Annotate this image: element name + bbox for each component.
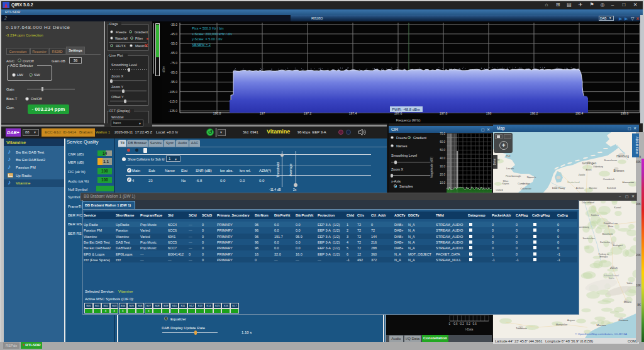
svg-text:198.4: 198.4 xyxy=(575,111,584,115)
svg-text:-65.0: -65.0 xyxy=(170,51,178,55)
svg-text:y-Scale: = 5.00 / div: y-Scale: = 5.00 / div xyxy=(192,37,223,41)
svg-text:197: 197 xyxy=(260,111,265,115)
svg-text:Münster: Münster xyxy=(589,187,598,189)
svg-text:-45.0: -45.0 xyxy=(170,32,178,36)
svg-text:Zwolle: Zwolle xyxy=(579,174,585,176)
svg-text:Cambridge: Cambridge xyxy=(518,182,530,185)
svg-text:© OpenStreetMap contributors,: © OpenStreetMap contributors, CC-BY-SA xyxy=(575,332,627,336)
svg-text:Montpellier: Montpellier xyxy=(556,324,568,326)
svg-text:dBm: dBm xyxy=(162,66,165,72)
svg-text:197.2: 197.2 xyxy=(304,111,312,115)
svg-text:198.2: 198.2 xyxy=(530,111,538,115)
svg-text:-1 -0.6 -0.2 0.2 0.6: -1 -0.6 -0.2 0.2 0.6 xyxy=(448,322,477,325)
svg-text:-35.0: -35.0 xyxy=(170,23,178,26)
svg-text:Breisgau: Breisgau xyxy=(599,256,608,258)
svg-text:Genova: Genova xyxy=(618,319,628,322)
svg-text:Svizra: Svizra xyxy=(608,277,614,279)
svg-text:x-Scale: 200,000 kHz / div: x-Scale: 200,000 kHz / div xyxy=(192,32,232,36)
svg-text:Zürich: Zürich xyxy=(610,266,618,269)
svg-text:Frequency (MHz): Frequency (MHz) xyxy=(396,118,421,122)
svg-text:197.8: 197.8 xyxy=(440,111,448,115)
svg-text:197.4: 197.4 xyxy=(349,111,357,115)
svg-text:Toulouse: Toulouse xyxy=(516,327,527,330)
svg-text:Groningen: Groningen xyxy=(582,162,597,165)
svg-text:-75.0: -75.0 xyxy=(170,61,178,65)
svg-text:Drive: Drive xyxy=(493,158,496,165)
svg-text:Bremen: Bremen xyxy=(614,169,625,172)
svg-text:Karlsruhe: Karlsruhe xyxy=(600,241,610,244)
svg-text:Den Haag: Den Haag xyxy=(552,186,565,189)
svg-text:Assen: Assen xyxy=(586,169,592,171)
svg-text:Hamburg: Hamburg xyxy=(616,155,629,158)
svg-text:Kassel: Kassel xyxy=(614,206,621,209)
svg-text:Main: Main xyxy=(608,225,614,228)
svg-text:NBNBW = 2: NBNBW = 2 xyxy=(192,43,211,47)
svg-text:198.6: 198.6 xyxy=(621,111,629,115)
svg-text:Mannheim: Mannheim xyxy=(602,233,613,235)
svg-text:-125.0: -125.0 xyxy=(169,109,177,113)
svg-text:Monaco: Monaco xyxy=(597,324,607,327)
svg-text:-85.0: -85.0 xyxy=(170,71,178,74)
svg-text:Bielefeld: Bielefeld xyxy=(607,187,616,189)
svg-text:196.8: 196.8 xyxy=(213,111,221,115)
svg-text:Lincoln: Lincoln xyxy=(506,167,514,170)
svg-text:Pixs = 500.0 Hz / bin: Pixs = 500.0 Hz / bin xyxy=(192,26,224,30)
svg-text:Hannover: Hannover xyxy=(622,181,635,184)
svg-text:-115.0: -115.0 xyxy=(169,99,177,103)
svg-text:PWR: -48.8 dBm: PWR: -48.8 dBm xyxy=(392,108,420,111)
svg-text:Keynes: Keynes xyxy=(502,183,509,185)
svg-text:Magnitude (dB): Magnitude (dB) xyxy=(430,157,433,179)
svg-text:Stuttgart: Stuttgart xyxy=(613,244,623,247)
svg-text:Peterborough: Peterborough xyxy=(506,174,521,178)
svg-text:Milano: Milano xyxy=(624,300,632,303)
svg-text:Oldenburg: Oldenburg xyxy=(593,166,603,168)
svg-text:-95.0: -95.0 xyxy=(170,80,178,84)
svg-text:Norwich: Norwich xyxy=(527,176,536,179)
svg-text:Avignon: Avignon xyxy=(567,319,575,322)
svg-text:Vaduz: Vaduz xyxy=(626,282,632,285)
svg-text:Hull: Hull xyxy=(506,155,511,157)
svg-text:-105.0: -105.0 xyxy=(169,90,177,94)
svg-text:-55.0: -55.0 xyxy=(170,42,178,45)
svg-text:Oxford: Oxford xyxy=(496,189,502,191)
svg-text:Osnabrück: Osnabrück xyxy=(603,178,614,181)
svg-text:ADS-B Filter: ADS-B Filter xyxy=(635,137,639,154)
svg-text:Threshold: Threshold xyxy=(276,162,280,178)
svg-text:198: 198 xyxy=(486,111,492,115)
svg-text:Nederland: Nederland xyxy=(567,181,580,184)
svg-text:Düsseldorf: Düsseldorf xyxy=(582,201,595,204)
svg-text:Average: Average xyxy=(289,164,292,176)
svg-text:Bremerhaven: Bremerhaven xyxy=(604,159,617,162)
svg-text:Colchester: Colchester xyxy=(520,188,531,190)
svg-text:Arnhem: Arnhem xyxy=(576,187,584,189)
